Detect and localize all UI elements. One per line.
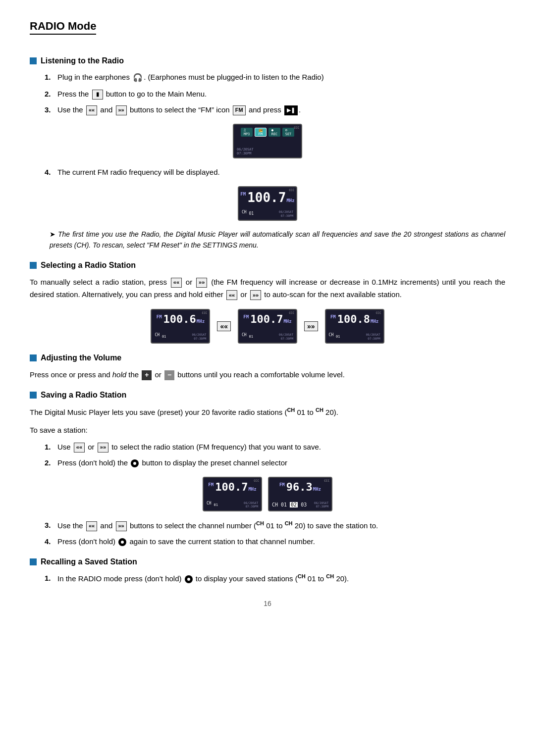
ccc-badge3: CCC xyxy=(202,311,208,314)
bullet-icon3 xyxy=(30,354,37,361)
prev-button-icon: «« xyxy=(86,105,97,115)
next-button-icon: »» xyxy=(116,105,127,115)
saving-intro: The Digital Music Player lets you save (… xyxy=(30,405,505,419)
list-item: 3. Use the «« and »» buttons to select t… xyxy=(45,104,505,116)
freq-display: FM 100.7 MHz xyxy=(240,191,294,204)
section-recalling-heading: Recalling a Saved Station xyxy=(30,557,505,566)
dot-btn-icon2 xyxy=(118,538,126,546)
freq-100-8: FM 100.8 MHz xyxy=(330,314,378,325)
freq-100-6: FM 100.6 MHz xyxy=(157,314,205,325)
listening-step4-list: 4. The current FM radio frequency will b… xyxy=(30,166,505,178)
prev-icon2: «« xyxy=(226,290,237,300)
main-menu-screen-container: CCC ♫MP3 📻FM ●REC ⚙SET 06/20SAT07:30PM xyxy=(30,124,505,158)
screen-date: 06/20SAT07:30PM xyxy=(237,148,254,155)
listening-steps: 1. Plug in the earphones 🎧. (Earphones m… xyxy=(30,71,505,116)
selecting-body: To manually select a radio station, pres… xyxy=(30,276,505,301)
ccc-badge5: CCC xyxy=(376,311,381,314)
ch-super2: CH xyxy=(316,407,323,413)
page-number: 16 xyxy=(30,600,505,607)
ch-super1: CH xyxy=(287,407,295,413)
screen-bottom2: CH 01 06/20SAT07:30PM xyxy=(242,210,293,218)
screen-100-6: CCC FM 100.6 MHz CH 01 06/20SAT07:30PM xyxy=(151,309,210,344)
section-listening-heading: Listening to the Radio xyxy=(30,56,505,65)
main-menu-screen: CCC ♫MP3 📻FM ●REC ⚙SET 06/20SAT07:30PM xyxy=(233,124,302,158)
next-arrow-icon: »» xyxy=(304,321,318,331)
prev-btn3: «« xyxy=(74,443,85,453)
save-screen-96-3: CCC FM 96.3 MHz CH 01 02 03 06/20SAT07:3… xyxy=(268,477,332,511)
saving-steps: 1. Use «« or »» to select the radio stat… xyxy=(30,441,505,469)
screen-100-7: CCC FM 100.7 MHz CH 01 06/20SAT07:30PM xyxy=(238,309,297,344)
screen-bottom: 06/20SAT07:30PM xyxy=(237,148,298,155)
bullet-icon4 xyxy=(30,392,37,399)
screen-100-8: CCC FM 100.8 MHz CH 01 06/20SAT07:30PM xyxy=(325,309,384,344)
saving-steps-cont: 3. Use the «« and »» buttons to select t… xyxy=(30,519,505,548)
fm-screen: CCC FM 100.7 MHz CH 01 06/20SAT07:30PM xyxy=(238,186,297,221)
right-arrow-btn: »» xyxy=(303,321,319,331)
prev-btn4: «« xyxy=(86,521,97,531)
dot-btn-icon xyxy=(131,459,139,467)
save-screen-100-7: CCC FM 100.7 MHz CH 01 06/20SAT07:30PM xyxy=(203,477,262,511)
section-adjusting-heading: Adjusting the Volume xyxy=(30,353,505,362)
prev-arrow-icon: «« xyxy=(217,321,231,331)
section-listening: Listening to the Radio 1. Plug in the ea… xyxy=(30,56,505,251)
next-icon2: »» xyxy=(250,290,261,300)
bullet-icon xyxy=(30,57,37,64)
screen-top-bar: ♫MP3 📻FM ●REC ⚙SET xyxy=(237,127,298,137)
list-item: 1. In the RADIO mode press (don't hold) … xyxy=(45,572,505,585)
ccc-badge: CCC xyxy=(294,126,299,129)
section-saving-heading: Saving a Radio Station xyxy=(30,391,505,400)
vol-minus-icon: − xyxy=(164,370,174,380)
rec-icon-box: ●REC xyxy=(268,128,280,137)
radio-note: The first time you use the Radio, the Di… xyxy=(50,229,505,251)
ch-display: CH 01 xyxy=(242,210,254,218)
freq-screens-group: CCC FM 100.6 MHz CH 01 06/20SAT07:30PM «… xyxy=(30,309,505,344)
ch-selector-row: CH 01 02 03 xyxy=(272,501,307,509)
set-icon-box: ⚙SET xyxy=(282,128,294,137)
page-title: RADIO Mode xyxy=(30,20,96,35)
screen-date2: 06/20SAT07:30PM xyxy=(279,210,293,218)
save-freq-100-7: FM 100.7 MHz xyxy=(208,482,256,493)
next-btn4: »» xyxy=(116,521,127,531)
list-item: 2. Press (don't hold) the button to disp… xyxy=(45,457,505,469)
ccc-badge6: CCC xyxy=(254,479,259,482)
list-item: 1. Use «« or »» to select the radio stat… xyxy=(45,441,505,453)
left-arrow-btn: «« xyxy=(216,321,232,331)
saving-screens: CCC FM 100.7 MHz CH 01 06/20SAT07:30PM C… xyxy=(30,477,505,511)
ccc-badge2: CCC xyxy=(289,188,294,192)
list-item: 2. Press the ▮ button to go to the Main … xyxy=(45,88,505,100)
menu-button-icon: ▮ xyxy=(92,90,103,100)
ccc-badge7: CCC xyxy=(324,479,329,482)
section-selecting-heading: Selecting a Radio Station xyxy=(30,261,505,270)
bullet-icon2 xyxy=(30,262,37,269)
next-icon: »» xyxy=(196,278,207,288)
freq-value: 100.7 xyxy=(247,191,286,204)
section-saving: Saving a Radio Station The Digital Music… xyxy=(30,391,505,548)
vol-plus-icon: + xyxy=(142,370,152,380)
mp3-icon-box: ♫MP3 xyxy=(241,128,253,137)
list-item: 4. Press (don't hold) again to save the … xyxy=(45,536,505,548)
fm-icon-box: 📻FM xyxy=(255,128,267,137)
section-adjusting: Adjusting the Volume Press once or press… xyxy=(30,353,505,381)
ccc-badge4: CCC xyxy=(289,311,294,314)
next-btn3: »» xyxy=(98,443,108,453)
freq-100-7: FM 100.7 MHz xyxy=(243,314,291,325)
mhz-label: MHz xyxy=(286,199,294,203)
dot-btn-icon3 xyxy=(185,575,193,583)
play-button-icon: ▶❚ xyxy=(284,105,298,115)
list-item: 4. The current FM radio frequency will b… xyxy=(45,166,505,178)
section-recalling: Recalling a Saved Station 1. In the RADI… xyxy=(30,557,505,585)
bullet-icon5 xyxy=(30,558,37,565)
recalling-steps: 1. In the RADIO mode press (don't hold) … xyxy=(30,572,505,585)
adjusting-body: Press once or press and hold the + or − … xyxy=(30,368,505,381)
fm-screen-container: CCC FM 100.7 MHz CH 01 06/20SAT07:30PM xyxy=(30,186,505,221)
list-item: 1. Plug in the earphones 🎧. (Earphones m… xyxy=(45,71,505,84)
save-freq-96-3: FM 96.3 MHz xyxy=(279,482,321,493)
headphones-icon: 🎧 xyxy=(133,73,143,82)
fm-icon: FM xyxy=(233,105,246,115)
prev-icon: «« xyxy=(171,278,182,288)
list-item: 3. Use the «« and »» buttons to select t… xyxy=(45,519,505,532)
fm-label: FM xyxy=(240,192,246,197)
to-save-label: To save a station: xyxy=(30,424,505,437)
section-selecting: Selecting a Radio Station To manually se… xyxy=(30,261,505,344)
